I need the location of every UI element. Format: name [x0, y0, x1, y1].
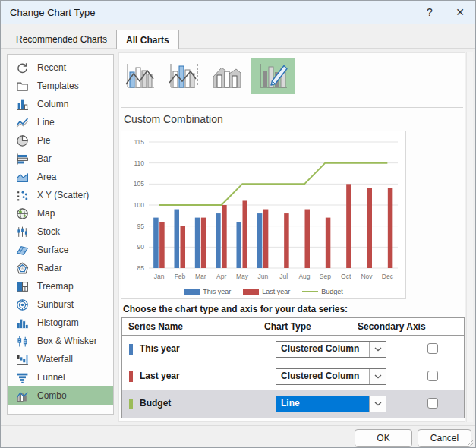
sidebar-item-area[interactable]: Area [8, 168, 113, 186]
sidebar-item-sunburst[interactable]: Sunburst [8, 295, 113, 314]
sidebar-item-bar[interactable]: Bar [8, 150, 113, 168]
legend-item: Last year [243, 288, 290, 295]
sidebar-item-funnel[interactable]: Funnel [8, 368, 113, 386]
sidebar-item-label: Waterfall [37, 354, 73, 364]
scrollbar-track[interactable] [466, 52, 473, 422]
series-color-swatch [129, 399, 133, 409]
close-icon[interactable]: ✕ [445, 1, 475, 24]
sidebar-item-label: Pie [37, 135, 50, 146]
sidebar-item-label: Funnel [37, 372, 65, 383]
stock-icon [16, 226, 29, 238]
title-bar: Change Chart Type ? ✕ [1, 1, 475, 24]
sidebar-item-x-y-scatter[interactable]: X Y (Scatter) [8, 186, 113, 204]
tab-all-charts[interactable]: All Charts [116, 30, 179, 49]
svg-text:Apr: Apr [216, 273, 226, 280]
sidebar-item-label: Box & Whisker [37, 336, 97, 346]
series-row-last-year: Last yearClustered Column [122, 363, 464, 390]
series-row-budget: BudgetLine [122, 390, 464, 418]
series-table-body: This yearClustered ColumnLast yearCluste… [122, 336, 464, 418]
templates-icon [16, 80, 29, 93]
dialog-title: Change Chart Type [1, 7, 96, 18]
sidebar-item-label: Bar [37, 153, 52, 164]
histogram-icon [16, 317, 29, 330]
chevron-down-icon[interactable] [369, 342, 386, 357]
subtype-clustered-column-line-secondary-axis[interactable] [165, 58, 203, 94]
resize-grip[interactable] [468, 440, 474, 446]
scatter-icon [16, 189, 29, 202]
sidebar-item-histogram[interactable]: Histogram [8, 314, 113, 332]
funnel-icon [16, 371, 29, 384]
legend-label: Budget [321, 288, 343, 295]
sidebar-item-label: Recent [37, 62, 66, 73]
svg-text:Sep: Sep [320, 273, 331, 280]
sidebar-item-waterfall[interactable]: Waterfall [8, 350, 113, 368]
treemap-icon [16, 280, 29, 293]
box-whisker-icon [16, 335, 29, 348]
chart-type-value: Clustered Column [276, 342, 369, 357]
sidebar-item-radar[interactable]: Radar [8, 259, 113, 277]
sidebar-item-treemap[interactable]: Treemap [8, 277, 113, 295]
sidebar-item-line[interactable]: Line [8, 113, 113, 131]
sidebar-item-column[interactable]: Column [8, 95, 113, 113]
section-title: Custom Combination [124, 113, 223, 125]
sidebar-item-recent[interactable]: Recent [8, 58, 113, 77]
sidebar-item-label: Histogram [37, 317, 79, 328]
svg-text:Aug: Aug [298, 273, 310, 280]
subtype-custom-combination[interactable] [251, 58, 295, 94]
sidebar-item-surface[interactable]: Surface [8, 241, 113, 259]
svg-text:90: 90 [137, 243, 145, 251]
combo-icon [16, 390, 29, 402]
sidebar-item-label: Sunburst [37, 299, 74, 310]
sidebar-item-label: Column [37, 99, 68, 109]
sidebar-item-label: Treemap [37, 281, 74, 292]
cancel-button[interactable]: Cancel [418, 429, 471, 447]
secondary-axis-checkbox[interactable] [427, 398, 438, 409]
bar-icon [16, 153, 29, 166]
map-icon [16, 207, 29, 220]
subtype-stacked-area-clustered-column[interactable] [208, 58, 246, 94]
legend-label: This year [203, 288, 231, 295]
sidebar-item-stock[interactable]: Stock [8, 222, 113, 241]
ok-button[interactable]: OK [355, 429, 412, 447]
series-row-this-year: This yearClustered Column [122, 336, 464, 363]
chart-preview: 859095100105110115JanFebMarAprMayJunJulA… [121, 131, 406, 299]
subtype-clustered-column-line[interactable] [121, 58, 159, 94]
chevron-down-icon[interactable] [369, 396, 386, 412]
sidebar-item-pie[interactable]: Pie [8, 131, 113, 150]
svg-text:Jul: Jul [279, 273, 288, 280]
chart-type-dropdown[interactable]: Clustered Column [276, 368, 386, 385]
chart-type-dropdown[interactable]: Clustered Column [276, 341, 386, 358]
svg-text:85: 85 [137, 264, 145, 272]
chart-type-value: Line [276, 396, 369, 412]
sidebar-item-templates[interactable]: Templates [8, 77, 113, 95]
series-name: This year [140, 343, 180, 354]
help-icon[interactable]: ? [415, 1, 445, 24]
svg-text:Oct: Oct [341, 273, 351, 280]
chart-type-dropdown[interactable]: Line [276, 396, 386, 412]
area-icon [16, 171, 29, 184]
combo-subtype-bar [121, 58, 295, 94]
tab-recommended-charts[interactable]: Recommended Charts [7, 30, 116, 49]
header-divider [351, 320, 351, 333]
sidebar-item-label: Templates [37, 80, 79, 91]
secondary-axis-checkbox[interactable] [427, 371, 438, 381]
sidebar-item-label: Surface [37, 245, 68, 255]
sidebar-item-label: Stock [37, 226, 60, 237]
legend-swatch [243, 289, 259, 295]
secondary-axis-checkbox[interactable] [427, 343, 438, 354]
sidebar-item-box-whisker[interactable]: Box & Whisker [8, 332, 113, 350]
all-charts-panel: Custom Combination 859095100105110115Jan… [118, 52, 465, 422]
sidebar-item-label: Map [37, 208, 55, 219]
chart-type-value: Clustered Column [276, 369, 369, 384]
sunburst-icon [16, 298, 29, 311]
chevron-down-icon[interactable] [369, 369, 386, 384]
pie-icon [16, 134, 29, 147]
chart-preview-svg-host: 859095100105110115JanFebMarAprMayJunJulA… [121, 131, 405, 285]
svg-text:Mar: Mar [195, 273, 206, 280]
sidebar-item-map[interactable]: Map [8, 204, 113, 222]
series-name: Last year [140, 371, 180, 381]
sidebar-item-combo[interactable]: Combo [8, 386, 113, 405]
recent-icon [16, 62, 29, 74]
custom-combination-icon [257, 62, 290, 90]
sidebar-item-label: Area [37, 172, 56, 182]
